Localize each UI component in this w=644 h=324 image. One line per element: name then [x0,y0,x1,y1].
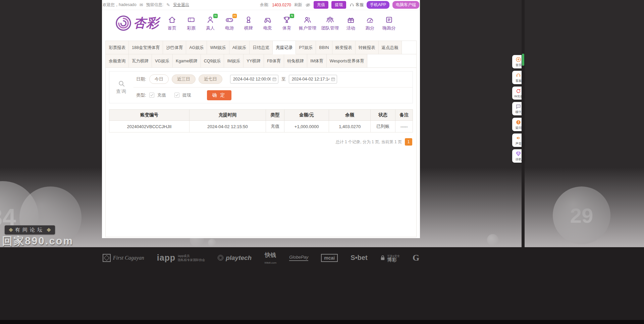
tab-fb-sport[interactable]: FB体育 [264,54,284,68]
bottom-strip [0,320,644,324]
report-card: 彩票报表 188金宝博体育 沙巴体育 AG娱乐 WM娱乐 AE娱乐 日结总览 充… [105,41,417,237]
nav-label: 活动 [346,25,355,31]
nav-label: 团队管理 [321,25,339,31]
cell-record-id: 20240402VBCCCJHJII [109,121,190,132]
arrow-up-circle-icon [516,57,521,62]
tab-cq9[interactable]: CQ9娱乐 [201,54,224,68]
flower-logo-icon [115,15,131,31]
nav-item-team-management[interactable]: 团队管理 [321,15,339,31]
calendar-icon[interactable] [331,77,335,82]
eye-off-icon[interactable] [305,2,311,8]
quick-7days-button[interactable]: 近七日 [199,74,222,84]
tab-account-change-report[interactable]: 账变报表 [332,41,356,54]
refresh-link[interactable]: 刷新 [294,2,302,8]
tab-rebate-total[interactable]: 返点总额 [379,41,402,54]
cell-amount: +1,000.0000 [284,121,329,132]
footer-logo-text: 博彩 [387,258,400,262]
tab-vg[interactable]: VG娱乐 [152,54,173,68]
nav-item-home[interactable]: 首页 [165,15,179,31]
nav-item-egame[interactable]: H 电游 [222,15,236,31]
nav-item-paofen[interactable]: 跑分 [363,15,377,31]
footer-logo-first-cagayan: First Cagayan [103,254,144,262]
table-header-row: 账变编号 充提时间 类型 金额/元 余额 状态 备注 [109,110,413,121]
tab-wm[interactable]: WM娱乐 [207,41,229,54]
scrollbar-thumb[interactable] [522,54,524,66]
nav-item-sports[interactable]: N 体育 [280,15,294,31]
footer-logo-text: iapp [157,253,175,263]
nav-item-account-management[interactable]: 账户管理 [299,15,316,31]
cell-remark: ----- [395,121,413,132]
decor-bubble [208,239,216,247]
footer-logo-row: First Cagayan iapp iapp成员 隐私权专家国际协会 play… [0,247,522,264]
brand-name: 杏彩 [133,15,159,32]
tab-tetu-chess[interactable]: 特兔棋牌 [284,54,307,68]
type-filter-row: 类型: 充值 提现 确 定 [133,88,413,103]
footer-logo-mcai: mcai [321,254,338,262]
tab-saba-sport[interactable]: 沙巴体育 [163,41,186,54]
quick-3days-button[interactable]: 近三日 [172,74,196,84]
deposit-checkbox-label[interactable]: 充值 [157,92,166,98]
tab-im-sport[interactable]: IM体育 [307,54,327,68]
reserved-info-label: 预留信息: [146,2,163,8]
tab-wesports[interactable]: Wesports世界体育 [327,54,368,68]
new-badge: N [290,14,294,18]
tab-kgame[interactable]: Kgame棋牌 [173,54,201,68]
cell-balance: 1,403.0270 [329,121,371,132]
tab-row-filler [367,54,416,68]
playtech-emblem-icon [218,255,223,261]
headset-icon [349,2,355,8]
balance-value: 1403.0270 [272,3,291,7]
site-watermark: 回家890.com [2,234,73,248]
footer-logo-text: mcai [321,254,338,262]
deposit-checkbox[interactable] [149,93,154,98]
customer-service-link[interactable]: 客服 [349,2,364,8]
balance-label: 余额: [260,2,269,8]
query-label: 查询 [116,89,127,95]
date-to-wrap [289,75,337,84]
tab-pt[interactable]: PT娱乐 [296,41,316,54]
tab-ae[interactable]: AE娱乐 [229,41,250,54]
nav-item-esports[interactable]: 电竞 [261,15,275,31]
tab-ag[interactable]: AG娱乐 [186,41,207,54]
sidebar-label: 疑问 [515,126,521,130]
tab-bbin[interactable]: BBIN [316,41,332,54]
logout-link[interactable]: 安全退出 [173,2,189,8]
tab-im-entertainment[interactable]: IM娱乐 [224,54,244,68]
nav-label: 真人 [206,25,215,31]
forum-watermark-badge: 有间论坛 [5,225,55,234]
withdraw-button[interactable]: 提现 [331,1,346,9]
nav-label: 棋牌 [244,25,253,31]
brand-logo[interactable]: 杏彩 [115,15,159,32]
nav-label: 电竞 [263,25,272,31]
tab-lottery-report[interactable]: 彩票报表 [106,41,129,54]
tab-188-sport[interactable]: 188金宝博体育 [129,41,163,54]
footer-logo-playtech: playtech [218,254,252,262]
footer-logo-caption: iapp成员 [178,254,205,258]
withdraw-checkbox[interactable] [174,93,179,98]
confirm-button[interactable]: 确 定 [207,90,231,100]
nav-label: 嗨跑分 [383,25,396,31]
nav-item-chess[interactable]: 棋牌 [241,15,256,31]
tab-wali-chess[interactable]: 瓦力棋牌 [129,54,152,68]
deposit-button[interactable]: 充值 [314,1,328,9]
withdraw-checkbox-label[interactable]: 提现 [182,92,191,98]
nav-item-hi-paofen[interactable]: 嗨跑分 [382,15,396,31]
nav-label: 首页 [168,25,176,31]
pc-client-button[interactable]: 电脑客户端 [392,1,419,9]
tab-yy-chess[interactable]: YY棋牌 [244,54,264,68]
date-to-input[interactable] [289,75,337,84]
mail-icon[interactable]: ✉ [140,2,143,7]
nav-item-lottery[interactable]: 彩票 [184,15,198,31]
nav-item-activity[interactable]: 活动 [344,15,358,31]
page-1-button[interactable]: 1 [405,138,412,146]
date-from-input[interactable] [230,75,278,84]
tab-balance-query[interactable]: 余额查询 [106,54,129,68]
nav-item-live[interactable]: N 真人 [203,15,217,31]
edit-icon[interactable]: ✎ [166,2,170,7]
mobile-app-button[interactable]: 手机APP [367,1,389,9]
tab-daily-summary[interactable]: 日结总览 [250,41,273,54]
calendar-icon[interactable] [272,77,277,82]
quick-today-button[interactable]: 今日 [149,74,169,84]
tab-transfer-report[interactable]: 转账报表 [356,41,379,54]
tab-deposit-withdraw-records[interactable]: 充提记录 [273,41,296,54]
